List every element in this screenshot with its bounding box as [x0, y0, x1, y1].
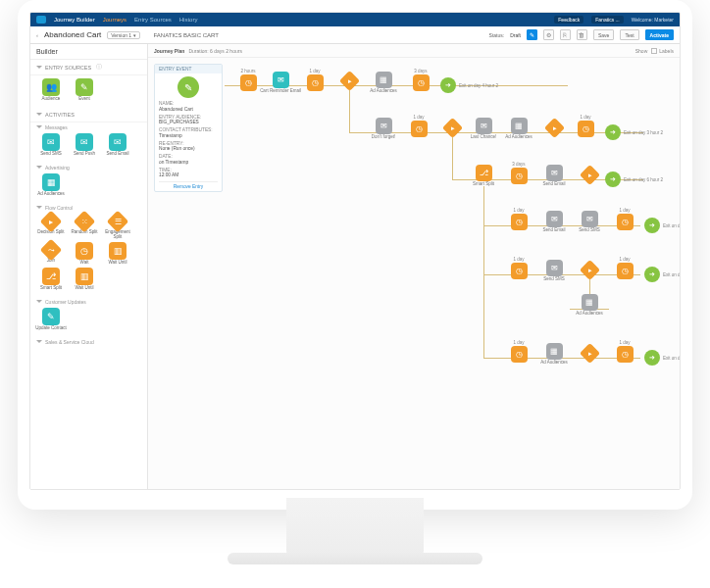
group-advertising[interactable]: Advertising — [30, 163, 147, 171]
ad-icon: ▦ — [582, 294, 598, 311]
save-button[interactable]: Save — [593, 29, 614, 40]
tile-ad-audiences[interactable]: ▦Ad Audiences — [35, 173, 67, 197]
wait-icon: ◷ — [411, 121, 428, 137]
tile-wait-until[interactable]: ▥Wait Until — [102, 242, 133, 266]
info-icon: ⓘ — [96, 64, 102, 71]
nav-journeys[interactable]: Journeys — [103, 17, 127, 23]
decision-icon: ▸ — [338, 71, 359, 91]
tile-decision-split[interactable]: ▸Decision Split — [35, 214, 67, 240]
tile-update-contact[interactable]: ✎Update Contact — [35, 308, 67, 331]
node-send-sms-2[interactable]: ✉Send SMS — [534, 260, 574, 282]
cloud-logo-icon — [36, 16, 46, 24]
node-wait-1d-3[interactable]: 1 day◷ — [566, 115, 605, 137]
remove-entry-link[interactable]: Remove Entry — [159, 181, 218, 189]
audience-icon: 👥 — [42, 78, 60, 96]
tile-send-sms[interactable]: ✉Send SMS — [35, 133, 67, 157]
edit-button[interactable]: ✎ — [527, 29, 537, 40]
tile-send-push[interactable]: ✉Send Push — [69, 133, 100, 157]
exit-3[interactable]: ➜Exit on day 6 hour 2 — [605, 172, 663, 187]
delete-button[interactable]: 🗑 — [577, 29, 587, 40]
activate-button[interactable]: Activate — [645, 29, 674, 40]
tile-random-split[interactable]: ⁙Random Split — [69, 214, 100, 240]
app-name: Journey Builder — [54, 17, 95, 23]
node-wait-3d[interactable]: 3 days◷ — [401, 69, 440, 91]
node-ad-audiences-1[interactable]: ▦Ad Audiences — [364, 72, 403, 94]
tile-wait-until-2[interactable]: ▥Wait Until — [69, 268, 100, 291]
version-dropdown[interactable]: Version 1 ▾ — [107, 31, 139, 39]
account-switcher[interactable]: Fanatics ... — [591, 16, 623, 24]
tile-send-email[interactable]: ✉Send Email — [102, 133, 133, 157]
ad-icon: ▦ — [42, 173, 60, 191]
copy-button[interactable]: ⎘ — [560, 29, 571, 40]
node-wait-1d-5[interactable]: 1 day◷ — [605, 208, 644, 230]
feedback-button[interactable]: Feedback — [554, 16, 583, 24]
test-button[interactable]: Test — [620, 29, 638, 40]
builder-sidebar: Builder ENTRY SOURCESⓘ 👥Audience ✎Event … — [30, 44, 148, 489]
exit-4[interactable]: ➜Exit on day 4 hour 2 — [644, 218, 680, 233]
nav-entry-sources[interactable]: Entry Sources — [134, 17, 172, 23]
exit-1[interactable]: ➜Exit on day 4 hour 2 — [440, 77, 498, 93]
section-entry-sources[interactable]: ENTRY SOURCESⓘ — [30, 60, 147, 75]
node-split-5[interactable]: ▸ — [570, 263, 609, 277]
node-wait-1d-8[interactable]: 1 day◷ — [499, 340, 538, 363]
wait-icon: ◷ — [511, 214, 528, 230]
journey-canvas[interactable]: Journey Plan Duration: 6 days 2 hours Sh… — [148, 44, 680, 489]
email-icon: ✉ — [546, 165, 563, 181]
node-cart-reminder[interactable]: ✉Cart Reminder Email — [261, 72, 300, 94]
exit-5[interactable]: ➜Exit on day 4 hour 2 — [644, 267, 680, 282]
settings-button[interactable]: ⚙ — [543, 29, 554, 40]
exit-2[interactable]: ➜Exit on day 3 hour 2 — [605, 124, 663, 140]
connector — [483, 186, 484, 358]
group-messages[interactable]: Messages — [30, 122, 147, 130]
section-activities[interactable]: ACTIVITIES — [30, 108, 147, 122]
entry-event-card[interactable]: ENTRY EVENT ✎ NAME:Abandoned Cart ENTRY … — [154, 64, 223, 192]
tile-wait[interactable]: ◷Wait — [69, 242, 100, 266]
group-flow-control[interactable]: Flow Control — [30, 203, 147, 211]
back-button[interactable]: ‹ — [36, 32, 38, 38]
wait-until-icon: ▥ — [76, 268, 93, 285]
nav-history[interactable]: History — [179, 17, 198, 23]
tile-audience[interactable]: 👥Audience — [35, 78, 67, 102]
monitor-stand — [286, 498, 424, 557]
node-send-sms-1[interactable]: ✉Send SMS — [570, 211, 609, 233]
node-wait-1d-7[interactable]: 1 day◷ — [605, 257, 644, 279]
tile-engagement-split[interactable]: ☰Engagement Split — [102, 214, 133, 240]
node-ad-audiences-4[interactable]: ▦Ad Audiences — [570, 294, 609, 317]
group-customer-updates[interactable]: Customer Updates — [30, 297, 147, 305]
node-split-6[interactable]: ▸ — [570, 346, 609, 361]
node-split-1[interactable]: ▸ — [330, 74, 369, 88]
plan-duration: Duration: 6 days 2 hours — [188, 48, 241, 54]
update-contact-icon: ✎ — [42, 308, 60, 325]
tile-join[interactable]: ⤳Join — [35, 242, 67, 266]
node-smart-split[interactable]: ⎇Smart Split — [464, 165, 503, 187]
chevron-down-icon — [36, 340, 42, 343]
node-wait-1d-6[interactable]: 1 day◷ — [499, 257, 538, 279]
exit-icon: ➜ — [644, 350, 660, 366]
node-wait-1d-9[interactable]: 1 day◷ — [605, 340, 644, 363]
decision-icon: ▸ — [543, 118, 564, 138]
wait-icon: ◷ — [511, 168, 528, 184]
exit-6[interactable]: ➜Exit on day 4 hour 2 — [644, 350, 680, 366]
node-wait-1d-1[interactable]: 1 day◷ — [295, 69, 334, 91]
wait-icon: ◷ — [578, 121, 594, 137]
chevron-down-icon — [36, 300, 42, 303]
node-ad-audiences-3[interactable]: ▦Ad Audiences — [534, 343, 574, 366]
wait-icon: ◷ — [511, 263, 528, 279]
node-send-email-2[interactable]: ✉Send Email — [534, 211, 574, 233]
node-dont-forget[interactable]: ✉Don't forget! — [364, 118, 403, 140]
tile-event[interactable]: ✎Event — [69, 78, 100, 102]
node-wait-1d-4[interactable]: 1 day◷ — [499, 208, 538, 230]
tile-smart-split[interactable]: ⎇Smart Split — [35, 268, 67, 291]
labels-toggle[interactable]: Labels — [651, 48, 674, 54]
wait-icon: ◷ — [511, 346, 528, 363]
node-wait-3d-2[interactable]: 3 days◷ — [499, 162, 538, 184]
group-sales-service[interactable]: Sales & Service Cloud — [30, 337, 147, 345]
chevron-down-icon — [36, 66, 42, 69]
node-send-email-1[interactable]: ✉Send Email — [534, 165, 574, 187]
wait-icon: ◷ — [76, 242, 93, 260]
email-icon: ✉ — [546, 211, 563, 227]
node-last-chance[interactable]: ✉Last Chance! — [464, 118, 503, 140]
node-split-4[interactable]: ▸ — [570, 168, 609, 182]
status-value: Draft — [510, 32, 521, 38]
node-ad-audiences-2[interactable]: ▦Ad Audiences — [499, 118, 538, 140]
